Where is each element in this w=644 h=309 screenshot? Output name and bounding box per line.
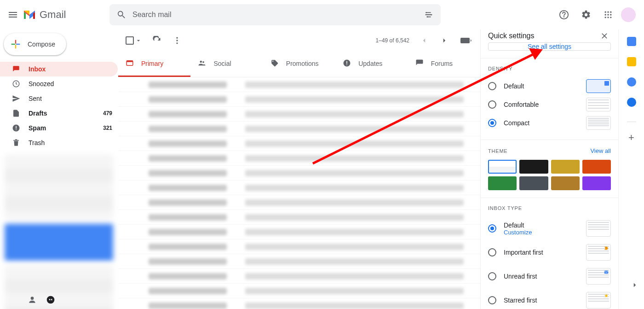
spam-icon (12, 124, 21, 132)
tab-icon (198, 59, 206, 69)
gmail-logo[interactable]: Gmail (22, 9, 105, 21)
email-row[interactable] (118, 92, 480, 107)
theme-option[interactable] (582, 176, 611, 190)
account-avatar[interactable] (621, 7, 636, 22)
nav-drafts[interactable]: Drafts479 (0, 106, 118, 121)
inbox-preview (586, 220, 611, 237)
email-row[interactable] (118, 225, 480, 239)
more-button[interactable] (172, 35, 183, 46)
theme-title: Theme (488, 148, 508, 154)
inbox-type-starred-first[interactable]: Starred first (488, 288, 611, 309)
svg-point-11 (605, 17, 606, 18)
email-row[interactable] (118, 107, 480, 122)
nav-snoozed[interactable]: Snoozed (0, 76, 118, 91)
inbox-type-default[interactable]: DefaultCustomize (488, 216, 611, 240)
inbox-preview (586, 292, 611, 309)
collapse-side-panel-button[interactable] (629, 280, 640, 291)
email-row[interactable] (118, 136, 480, 151)
compose-label: Compose (28, 41, 55, 48)
email-row[interactable] (118, 77, 480, 92)
nav-spam[interactable]: Spam321 (0, 121, 118, 135)
inbox-preview (586, 244, 611, 261)
theme-option[interactable] (551, 176, 580, 190)
svg-rect-21 (460, 38, 470, 43)
keep-icon[interactable] (627, 57, 636, 66)
inbox-type-section: Inbox type DefaultCustomizeImportant fir… (481, 198, 618, 309)
close-settings-button[interactable] (598, 29, 611, 42)
email-row[interactable] (118, 254, 480, 269)
search-input[interactable] (132, 11, 418, 19)
tasks-icon[interactable] (627, 77, 636, 87)
density-preview (586, 79, 611, 93)
gmail-text: Gmail (40, 9, 66, 21)
nav-trash[interactable]: Trash (0, 135, 118, 150)
select-all-checkbox[interactable] (126, 36, 142, 45)
inbox-type-important-first[interactable]: Important first (488, 240, 611, 264)
main-content: 1–49 of 6,542 PrimarySocialPromotionsUpd… (118, 29, 480, 309)
apps-icon[interactable] (599, 6, 617, 24)
prev-page-button[interactable] (419, 31, 430, 50)
refresh-button[interactable] (151, 35, 162, 46)
svg-point-0 (426, 12, 427, 13)
calendar-icon[interactable] (627, 37, 636, 46)
add-ons-button[interactable]: + (627, 133, 636, 142)
svg-point-6 (607, 11, 609, 12)
quick-settings-panel: Quick settings See all settings Density … (480, 29, 618, 309)
density-default[interactable]: Default (488, 77, 611, 95)
svg-rect-17 (16, 129, 17, 130)
email-row[interactable] (118, 181, 480, 195)
density-compact[interactable]: Compact (488, 114, 611, 132)
plus-icon (9, 38, 22, 51)
see-all-settings-button[interactable]: See all settings (488, 42, 611, 51)
svg-rect-16 (16, 126, 17, 129)
email-row[interactable] (118, 239, 480, 254)
tab-promotions[interactable]: Promotions (263, 52, 335, 77)
inbox-type-unread-first[interactable]: Unread first (488, 264, 611, 288)
inbox-type-title: Inbox type (488, 205, 611, 211)
email-row[interactable] (118, 210, 480, 225)
email-row[interactable] (118, 298, 480, 309)
tab-forums[interactable]: Forums (408, 52, 480, 77)
compose-button[interactable]: Compose (4, 33, 66, 55)
svg-point-5 (605, 11, 606, 12)
email-row[interactable] (118, 284, 480, 298)
nav-inbox[interactable]: Inbox (0, 62, 118, 76)
tab-updates[interactable]: Updates (335, 52, 408, 77)
next-page-button[interactable] (439, 31, 450, 50)
search-options-icon[interactable] (421, 7, 436, 22)
hangouts-chat-icon[interactable] (46, 295, 55, 306)
settings-icon[interactable] (577, 6, 595, 24)
svg-point-18 (176, 37, 178, 39)
search-bar[interactable] (109, 4, 441, 25)
tab-social[interactable]: Social (190, 52, 263, 77)
tab-primary[interactable]: Primary (118, 52, 190, 77)
email-row[interactable] (118, 166, 480, 181)
theme-option[interactable] (488, 160, 517, 174)
tab-icon (415, 59, 424, 69)
toolbar: 1–49 of 6,542 (118, 29, 480, 52)
main-menu-button[interactable] (4, 6, 22, 24)
nav-sent[interactable]: Sent (0, 91, 118, 106)
customize-link[interactable]: Customize (504, 229, 532, 236)
input-tools-button[interactable] (459, 31, 473, 50)
svg-point-1 (431, 14, 432, 15)
email-row[interactable] (118, 195, 480, 210)
email-row[interactable] (118, 269, 480, 284)
contacts-icon[interactable] (627, 98, 636, 107)
pagination-range: 1–49 of 6,542 (376, 37, 409, 44)
theme-option[interactable] (519, 160, 548, 174)
svg-point-2 (427, 16, 428, 17)
email-row[interactable] (118, 122, 480, 136)
theme-option[interactable] (519, 176, 548, 190)
search-icon[interactable] (114, 7, 129, 22)
email-row[interactable] (118, 151, 480, 166)
radio-icon (488, 82, 496, 90)
theme-option[interactable] (488, 176, 517, 190)
help-icon[interactable] (555, 6, 573, 24)
theme-option[interactable] (582, 160, 611, 174)
density-comfortable[interactable]: Comfortable (488, 95, 611, 114)
hangouts-contacts-icon[interactable] (28, 295, 37, 306)
theme-view-all-link[interactable]: View all (590, 147, 611, 154)
clock-icon (12, 80, 21, 88)
theme-option[interactable] (551, 160, 580, 174)
